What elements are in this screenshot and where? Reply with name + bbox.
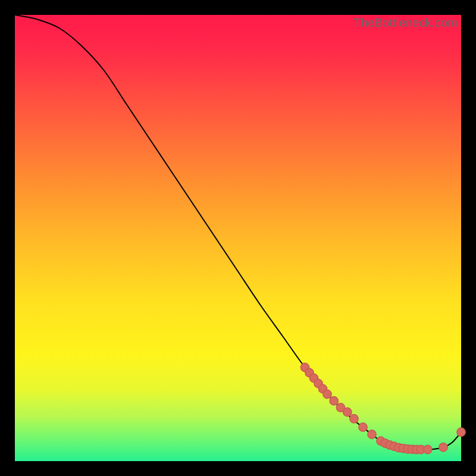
chart-svg bbox=[15, 15, 461, 461]
chart-container: TheBottleneck.com bbox=[0, 0, 476, 476]
bottleneck-curve bbox=[15, 15, 461, 450]
plot-area: TheBottleneck.com bbox=[15, 15, 461, 461]
highlight-dots bbox=[300, 363, 465, 453]
